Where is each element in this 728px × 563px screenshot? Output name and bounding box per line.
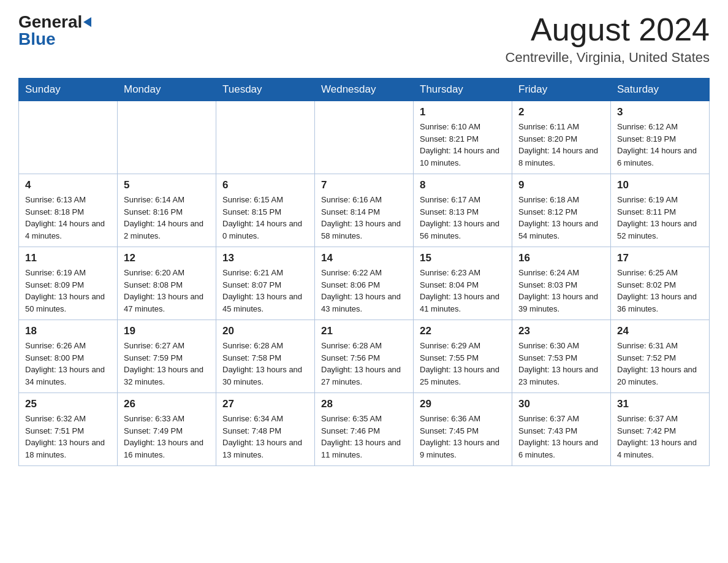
day-number: 9 — [518, 179, 604, 191]
calendar-table: SundayMondayTuesdayWednesdayThursdayFrid… — [18, 78, 710, 466]
calendar-day-cell — [216, 101, 315, 174]
day-of-week-header: Saturday — [611, 79, 710, 101]
calendar-body: 1Sunrise: 6:10 AMSunset: 8:21 PMDaylight… — [19, 101, 710, 466]
calendar-day-cell: 13Sunrise: 6:21 AMSunset: 8:07 PMDayligh… — [216, 247, 315, 320]
day-of-week-header: Sunday — [19, 79, 118, 101]
day-number: 18 — [25, 325, 111, 337]
day-number: 19 — [124, 325, 210, 337]
calendar-day-cell: 27Sunrise: 6:34 AMSunset: 7:48 PMDayligh… — [216, 393, 315, 466]
day-info: Sunrise: 6:34 AMSunset: 7:48 PMDaylight:… — [222, 413, 308, 461]
calendar-day-cell: 17Sunrise: 6:25 AMSunset: 8:02 PMDayligh… — [611, 247, 710, 320]
day-number: 15 — [420, 252, 506, 264]
calendar-day-cell: 12Sunrise: 6:20 AMSunset: 8:08 PMDayligh… — [118, 247, 216, 320]
day-number: 17 — [617, 252, 703, 264]
day-number: 11 — [25, 252, 111, 264]
location-subtitle: Centreville, Virginia, United States — [506, 50, 710, 66]
calendar-day-cell: 22Sunrise: 6:29 AMSunset: 7:55 PMDayligh… — [414, 320, 512, 393]
day-number: 7 — [321, 179, 407, 191]
day-number: 24 — [617, 325, 703, 337]
day-info: Sunrise: 6:24 AMSunset: 8:03 PMDaylight:… — [518, 267, 604, 315]
day-info: Sunrise: 6:37 AMSunset: 7:42 PMDaylight:… — [617, 413, 703, 461]
calendar-week-row: 18Sunrise: 6:26 AMSunset: 8:00 PMDayligh… — [19, 320, 710, 393]
calendar-day-cell: 29Sunrise: 6:36 AMSunset: 7:45 PMDayligh… — [414, 393, 512, 466]
calendar-week-row: 4Sunrise: 6:13 AMSunset: 8:18 PMDaylight… — [19, 174, 710, 247]
calendar-day-cell: 25Sunrise: 6:32 AMSunset: 7:51 PMDayligh… — [19, 393, 118, 466]
day-number: 12 — [124, 252, 210, 264]
day-info: Sunrise: 6:25 AMSunset: 8:02 PMDaylight:… — [617, 267, 703, 315]
calendar-day-cell — [118, 101, 216, 174]
calendar-day-cell: 21Sunrise: 6:28 AMSunset: 7:56 PMDayligh… — [315, 320, 414, 393]
day-of-week-header: Wednesday — [315, 79, 414, 101]
day-number: 23 — [518, 325, 604, 337]
logo: General Blue — [18, 12, 93, 49]
calendar-day-cell — [19, 101, 118, 174]
calendar-day-cell: 23Sunrise: 6:30 AMSunset: 7:53 PMDayligh… — [512, 320, 611, 393]
day-info: Sunrise: 6:17 AMSunset: 8:13 PMDaylight:… — [420, 194, 506, 242]
day-info: Sunrise: 6:20 AMSunset: 8:08 PMDaylight:… — [124, 267, 210, 315]
title-block: August 2024 Centreville, Virginia, Unite… — [506, 12, 710, 66]
day-info: Sunrise: 6:21 AMSunset: 8:07 PMDaylight:… — [222, 267, 308, 315]
page-header: General Blue August 2024 Centreville, Vi… — [18, 12, 710, 66]
day-number: 21 — [321, 325, 407, 337]
day-info: Sunrise: 6:32 AMSunset: 7:51 PMDaylight:… — [25, 413, 111, 461]
calendar-header: SundayMondayTuesdayWednesdayThursdayFrid… — [19, 79, 710, 101]
day-number: 14 — [321, 252, 407, 264]
day-number: 13 — [222, 252, 308, 264]
day-info: Sunrise: 6:16 AMSunset: 8:14 PMDaylight:… — [321, 194, 407, 242]
day-number: 30 — [518, 398, 604, 410]
calendar-day-cell: 16Sunrise: 6:24 AMSunset: 8:03 PMDayligh… — [512, 247, 611, 320]
day-number: 16 — [518, 252, 604, 264]
day-info: Sunrise: 6:35 AMSunset: 7:46 PMDaylight:… — [321, 413, 407, 461]
day-of-week-header: Friday — [512, 79, 611, 101]
day-of-week-header: Tuesday — [216, 79, 315, 101]
day-number: 10 — [617, 179, 703, 191]
calendar-day-cell: 4Sunrise: 6:13 AMSunset: 8:18 PMDaylight… — [19, 174, 118, 247]
day-number: 31 — [617, 398, 703, 410]
day-info: Sunrise: 6:13 AMSunset: 8:18 PMDaylight:… — [25, 194, 111, 242]
day-info: Sunrise: 6:28 AMSunset: 7:56 PMDaylight:… — [321, 340, 407, 388]
day-number: 25 — [25, 398, 111, 410]
day-number: 4 — [25, 179, 111, 191]
day-number: 3 — [617, 106, 703, 118]
logo-blue-text: Blue — [18, 29, 56, 49]
day-of-week-header: Monday — [118, 79, 216, 101]
calendar-day-cell: 19Sunrise: 6:27 AMSunset: 7:59 PMDayligh… — [118, 320, 216, 393]
day-info: Sunrise: 6:31 AMSunset: 7:52 PMDaylight:… — [617, 340, 703, 388]
day-info: Sunrise: 6:23 AMSunset: 8:04 PMDaylight:… — [420, 267, 506, 315]
day-number: 2 — [518, 106, 604, 118]
day-number: 27 — [222, 398, 308, 410]
calendar-day-cell: 3Sunrise: 6:12 AMSunset: 8:19 PMDaylight… — [611, 101, 710, 174]
calendar-day-cell: 6Sunrise: 6:15 AMSunset: 8:15 PMDaylight… — [216, 174, 315, 247]
day-info: Sunrise: 6:10 AMSunset: 8:21 PMDaylight:… — [420, 121, 506, 169]
day-number: 29 — [420, 398, 506, 410]
calendar-day-cell: 2Sunrise: 6:11 AMSunset: 8:20 PMDaylight… — [512, 101, 611, 174]
calendar-week-row: 25Sunrise: 6:32 AMSunset: 7:51 PMDayligh… — [19, 393, 710, 466]
calendar-week-row: 11Sunrise: 6:19 AMSunset: 8:09 PMDayligh… — [19, 247, 710, 320]
calendar-day-cell: 15Sunrise: 6:23 AMSunset: 8:04 PMDayligh… — [414, 247, 512, 320]
calendar-day-cell: 1Sunrise: 6:10 AMSunset: 8:21 PMDaylight… — [414, 101, 512, 174]
calendar-day-cell: 10Sunrise: 6:19 AMSunset: 8:11 PMDayligh… — [611, 174, 710, 247]
day-info: Sunrise: 6:18 AMSunset: 8:12 PMDaylight:… — [518, 194, 604, 242]
calendar-day-cell: 20Sunrise: 6:28 AMSunset: 7:58 PMDayligh… — [216, 320, 315, 393]
calendar-day-cell: 8Sunrise: 6:17 AMSunset: 8:13 PMDaylight… — [414, 174, 512, 247]
calendar-day-cell: 30Sunrise: 6:37 AMSunset: 7:43 PMDayligh… — [512, 393, 611, 466]
calendar-day-cell: 11Sunrise: 6:19 AMSunset: 8:09 PMDayligh… — [19, 247, 118, 320]
days-of-week-row: SundayMondayTuesdayWednesdayThursdayFrid… — [19, 79, 710, 101]
day-number: 22 — [420, 325, 506, 337]
day-info: Sunrise: 6:19 AMSunset: 8:11 PMDaylight:… — [617, 194, 703, 242]
day-of-week-header: Thursday — [414, 79, 512, 101]
month-year-title: August 2024 — [506, 12, 710, 47]
day-info: Sunrise: 6:30 AMSunset: 7:53 PMDaylight:… — [518, 340, 604, 388]
calendar-day-cell: 31Sunrise: 6:37 AMSunset: 7:42 PMDayligh… — [611, 393, 710, 466]
calendar-day-cell: 26Sunrise: 6:33 AMSunset: 7:49 PMDayligh… — [118, 393, 216, 466]
day-info: Sunrise: 6:27 AMSunset: 7:59 PMDaylight:… — [124, 340, 210, 388]
day-info: Sunrise: 6:11 AMSunset: 8:20 PMDaylight:… — [518, 121, 604, 169]
day-info: Sunrise: 6:26 AMSunset: 8:00 PMDaylight:… — [25, 340, 111, 388]
calendar-day-cell: 5Sunrise: 6:14 AMSunset: 8:16 PMDaylight… — [118, 174, 216, 247]
day-info: Sunrise: 6:36 AMSunset: 7:45 PMDaylight:… — [420, 413, 506, 461]
calendar-day-cell: 14Sunrise: 6:22 AMSunset: 8:06 PMDayligh… — [315, 247, 414, 320]
calendar-day-cell: 7Sunrise: 6:16 AMSunset: 8:14 PMDaylight… — [315, 174, 414, 247]
day-number: 26 — [124, 398, 210, 410]
calendar-week-row: 1Sunrise: 6:10 AMSunset: 8:21 PMDaylight… — [19, 101, 710, 174]
day-info: Sunrise: 6:28 AMSunset: 7:58 PMDaylight:… — [222, 340, 308, 388]
